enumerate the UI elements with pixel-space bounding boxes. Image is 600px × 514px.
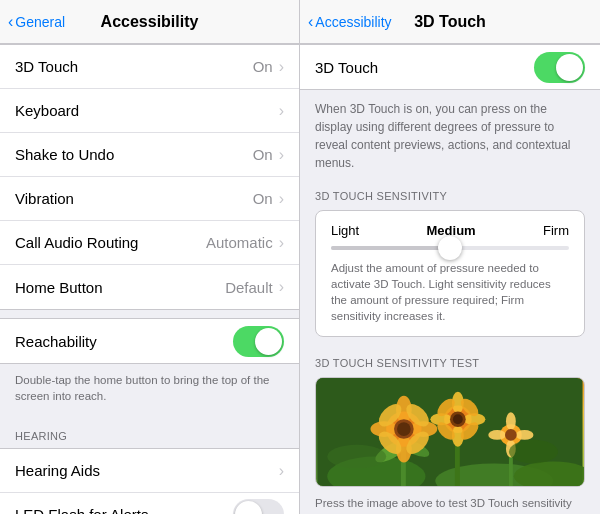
right-back-label: Accessibility	[315, 14, 391, 30]
spacer2	[315, 347, 585, 357]
hearing-group: Hearing Aids › LED Flash for Alerts Mono…	[0, 448, 299, 514]
reachability-note: Double-tap the home button to bring the …	[0, 364, 299, 414]
test-note: Press the image above to test 3D Touch s…	[315, 487, 585, 514]
right-nav-title: 3D Touch	[414, 13, 486, 31]
home-button-label: Home Button	[15, 279, 225, 296]
right-panel: ‹ Accessibility 3D Touch 3D Touch When 3…	[300, 0, 600, 514]
3d-touch-chevron-icon: ›	[279, 58, 284, 76]
left-nav-title: Accessibility	[101, 13, 199, 31]
keyboard-chevron-icon: ›	[279, 102, 284, 120]
slider-min-label: Light	[331, 223, 359, 238]
3d-touch-toggle[interactable]	[534, 52, 585, 83]
back-chevron-icon: ‹	[8, 13, 13, 31]
3d-touch-value: On	[253, 58, 273, 75]
main-settings-group: 3D Touch On › Keyboard › Shake to Undo O…	[0, 44, 299, 310]
reachability-toggle-knob	[255, 328, 282, 355]
vibration-chevron-icon: ›	[279, 190, 284, 208]
svg-point-38	[327, 445, 386, 469]
call-audio-chevron-icon: ›	[279, 234, 284, 252]
vibration-label: Vibration	[15, 190, 253, 207]
vibration-row[interactable]: Vibration On ›	[0, 177, 299, 221]
right-content: 3D Touch When 3D Touch is on, you can pr…	[300, 44, 600, 514]
call-audio-value: Automatic	[206, 234, 273, 251]
shake-to-undo-value: On	[253, 146, 273, 163]
right-back-chevron-icon: ‹	[308, 13, 313, 31]
svg-point-32	[506, 413, 516, 431]
slider-max-label: Firm	[543, 223, 569, 238]
svg-point-37	[509, 440, 558, 464]
led-flash-toggle[interactable]	[233, 499, 284, 514]
right-nav-bar: ‹ Accessibility 3D Touch	[300, 0, 600, 44]
3d-touch-toggle-knob	[556, 54, 583, 81]
reachability-row[interactable]: Reachability	[0, 319, 299, 363]
sensitivity-box: Light Medium Firm Adjust the amount of p…	[315, 210, 585, 337]
keyboard-row[interactable]: Keyboard ›	[0, 89, 299, 133]
home-button-chevron-icon: ›	[279, 278, 284, 296]
touch-description: When 3D Touch is on, you can press on th…	[300, 90, 600, 182]
svg-point-35	[516, 430, 534, 440]
home-button-row[interactable]: Home Button Default ›	[0, 265, 299, 309]
call-audio-label: Call Audio Routing	[15, 234, 206, 251]
svg-point-30	[453, 415, 463, 425]
sensitivity-section: 3D TOUCH SENSITIVITY Light Medium Firm A…	[300, 182, 600, 337]
settings-list: 3D Touch On › Keyboard › Shake to Undo O…	[0, 44, 299, 514]
hearing-aids-label: Hearing Aids	[15, 462, 279, 479]
sensitivity-header: 3D TOUCH SENSITIVITY	[315, 190, 585, 202]
svg-point-34	[488, 430, 506, 440]
slider-description: Adjust the amount of pressure needed to …	[331, 260, 569, 324]
3d-touch-row[interactable]: 3D Touch On ›	[0, 45, 299, 89]
led-flash-row[interactable]: LED Flash for Alerts	[0, 493, 299, 514]
3d-touch-label: 3D Touch	[15, 58, 253, 75]
reachability-group: Reachability	[0, 318, 299, 364]
hearing-section-header: HEARING	[0, 414, 299, 448]
accessibility-back-button[interactable]: ‹ Accessibility	[308, 13, 392, 31]
spacer1	[0, 310, 299, 318]
left-nav-bar: ‹ General Accessibility	[0, 0, 299, 44]
led-flash-label: LED Flash for Alerts	[15, 506, 233, 514]
keyboard-label: Keyboard	[15, 102, 279, 119]
test-section: 3D TOUCH SENSITIVITY TEST	[300, 337, 600, 514]
sensitivity-slider[interactable]	[331, 246, 569, 250]
test-header: 3D TOUCH SENSITIVITY TEST	[315, 357, 585, 369]
touch-toggle-row[interactable]: 3D Touch	[300, 45, 600, 89]
shake-to-undo-chevron-icon: ›	[279, 146, 284, 164]
shake-to-undo-label: Shake to Undo	[15, 146, 253, 163]
led-flash-toggle-knob	[235, 501, 262, 514]
home-button-value: Default	[225, 279, 273, 296]
hearing-aids-row[interactable]: Hearing Aids ›	[0, 449, 299, 493]
slider-thumb	[438, 236, 462, 260]
slider-fill	[331, 246, 450, 250]
left-panel: ‹ General Accessibility 3D Touch On › Ke…	[0, 0, 300, 514]
reachability-label: Reachability	[15, 333, 233, 350]
touch-toggle-label: 3D Touch	[315, 59, 534, 76]
general-back-button[interactable]: ‹ General	[8, 13, 65, 31]
hearing-aids-chevron-icon: ›	[279, 462, 284, 480]
flower-svg	[316, 378, 584, 486]
back-label: General	[15, 14, 65, 30]
svg-point-36	[505, 429, 517, 441]
reachability-toggle[interactable]	[233, 326, 284, 357]
flower-test-image[interactable]	[315, 377, 585, 487]
touch-toggle-section: 3D Touch	[300, 44, 600, 90]
vibration-value: On	[253, 190, 273, 207]
shake-to-undo-row[interactable]: Shake to Undo On ›	[0, 133, 299, 177]
call-audio-row[interactable]: Call Audio Routing Automatic ›	[0, 221, 299, 265]
svg-point-19	[397, 423, 411, 437]
